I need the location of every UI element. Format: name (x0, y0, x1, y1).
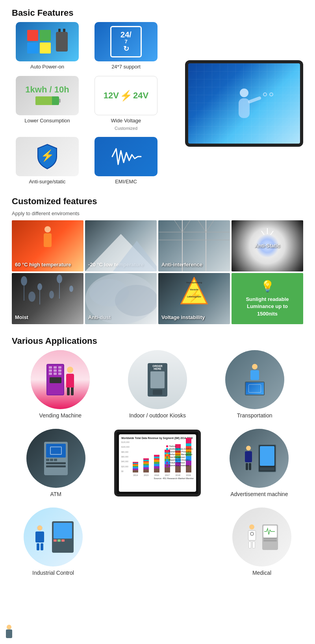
legend-adb-text: Analytic Database (169, 461, 185, 464)
ind-buttons (54, 539, 72, 542)
vending-person (66, 367, 74, 395)
svg-text:⚡: ⚡ (41, 149, 54, 162)
svg-point-26 (115, 285, 157, 316)
advert-person-legs (243, 463, 254, 470)
advert-person-body (245, 451, 252, 462)
voltage-12-text: 12V (104, 90, 119, 101)
moist-drops-icon (12, 273, 83, 324)
power-plug-icon (56, 32, 68, 52)
static-sparks-icon (256, 226, 279, 258)
kiosk-circle: ORDERHERE (128, 350, 187, 409)
svg-line-9 (182, 220, 190, 232)
bar-2016 (152, 455, 162, 472)
vending-payment-slot (50, 377, 61, 383)
app-transport: Transportation (225, 350, 284, 419)
app-vending: Vending Machine (31, 350, 90, 419)
transport-screen-inner (248, 384, 261, 393)
legend-hadoop: Hadoop (166, 445, 193, 447)
hot-bg: 60 °C high temperature (12, 220, 83, 271)
auto-power-label: Auto Power-on (30, 64, 64, 70)
label-2019: 2019 (186, 474, 191, 476)
y-20k: $20,000 (121, 465, 130, 468)
kiosk-label: Indoor / outdoor Kiosks (129, 412, 186, 419)
static-label: Anti-Static (255, 243, 280, 249)
vending-label: Vending Machine (39, 412, 82, 419)
ind-btn-red (54, 539, 57, 542)
bar-2015 (141, 458, 151, 472)
static-bg: Anti-Static (232, 220, 303, 271)
app-kiosk: ORDERHERE Indoor / outdoor Kiosks (128, 350, 187, 419)
chart-inner: Worldwide Total Data Revenue by Segment … (119, 434, 196, 492)
legend-dm-text: Data Management (169, 456, 185, 458)
vending-slots (47, 365, 63, 376)
monitor-screen (188, 63, 300, 144)
support-247-text: 24/ (120, 31, 132, 39)
monitor-mock (185, 60, 303, 147)
figure-nodes (263, 92, 273, 96)
svg-point-20 (49, 291, 54, 299)
atm-label: ATM (50, 491, 61, 497)
transport-label: Transportation (237, 412, 272, 419)
sunlight-bulb-icon: 💡 (261, 280, 274, 293)
ind-screen (54, 523, 72, 539)
support-inner: 24/ 7 ↻ (110, 26, 142, 57)
svg-line-10 (198, 220, 206, 232)
industrial-label: Industrial Control (32, 570, 74, 576)
vending-vis (31, 350, 90, 409)
transport-person-body (250, 370, 259, 380)
legend-pm: Performance Management (166, 453, 193, 456)
kiosk-vis: ORDERHERE (128, 350, 187, 409)
atm-screen-content (46, 444, 66, 458)
emi-label: EMI/EMC (115, 179, 137, 185)
hot-label: 60 °C high temperature (15, 262, 71, 268)
interference-lines-icon (158, 220, 230, 271)
stacked-2014 (133, 462, 138, 472)
transport-circle (225, 350, 284, 409)
battery-text: 1kwh / 10h (25, 85, 69, 95)
voltage-icon-box: 12V ⚡ 24V (94, 76, 158, 115)
app-row-1: Vending Machine ORDERHERE Indoo (12, 350, 303, 425)
shield-icon-box: ⚡ (16, 137, 79, 176)
seg-op-2016 (154, 469, 159, 472)
ind-body (35, 531, 44, 543)
hot-figure (42, 226, 54, 254)
support-7-text: 7 (124, 39, 127, 44)
moist-bg: Moist (12, 273, 83, 324)
atm-btn-1 (46, 459, 49, 461)
voltage-warning-text: HochspannungVorsichtLebensgefahr (181, 278, 208, 299)
voltage-bg: ⚡ HochspannungVorsichtLebensgefahr Volta… (158, 273, 230, 324)
env-moist: Moist (12, 273, 83, 324)
svg-point-19 (28, 292, 35, 302)
voltage-sublabel: Customized (115, 126, 137, 131)
chart-bars-container: 2014 2015 2016 2017 2018 2019 Hadoop (130, 441, 194, 476)
y-120k: $120,000 (121, 441, 130, 443)
industrial-vis (24, 507, 83, 566)
voltage-instability-label: Voltage instability (161, 314, 205, 321)
med-screen (263, 526, 277, 537)
sunlight-label: Sunlight readableLuminance up to1500nits (246, 296, 289, 317)
label-2017: 2017 (165, 474, 170, 476)
chart-device: Worldwide Total Data Revenue by Segment … (114, 430, 201, 496)
interference-bg: Anti-interference (158, 220, 230, 271)
source-logo: Source: 451 Research Market Monitor (121, 477, 194, 480)
atm-circle (26, 429, 85, 488)
vending-content (46, 364, 74, 395)
app-industrial: Industrial Control (24, 507, 83, 576)
voltage-lightning-icon: ⚡ (120, 90, 132, 102)
cold-bg: -20 °C low temperature (85, 220, 157, 271)
advert-screen (260, 446, 274, 466)
stacked-2015 (143, 458, 149, 472)
env-dust: Anti-dust (85, 273, 157, 324)
features-grid: Auto Power-on 24/ 7 ↻ 24*7 support (12, 22, 161, 185)
legend-opdb: Operational Databases (166, 464, 193, 467)
med-leg-l (248, 541, 251, 548)
sunlight-bg: 💡 Sunlight readableLuminance up to1500ni… (232, 273, 303, 324)
label-2016: 2016 (154, 474, 159, 476)
ind-leg-l (37, 543, 39, 550)
feature-battery: 1kwh / 10h Lower Consumption (12, 76, 83, 131)
medical-label: Medical (252, 570, 271, 576)
label-2014: 2014 (133, 474, 138, 476)
atm-machine-icon (44, 442, 68, 475)
ind-btn-green (57, 539, 61, 542)
svg-point-17 (57, 275, 62, 283)
